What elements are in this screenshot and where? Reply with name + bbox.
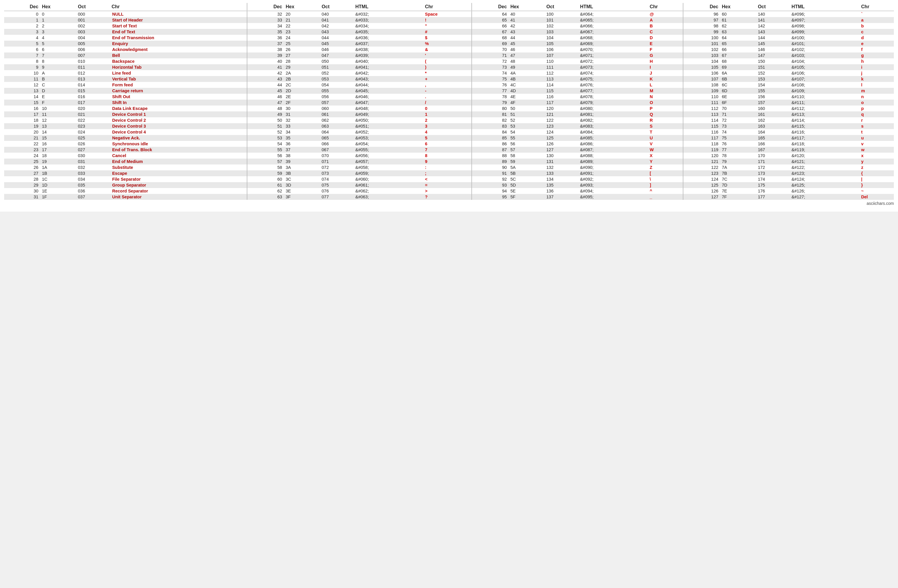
table-cell: 5 xyxy=(423,135,472,141)
table-cell: 7A xyxy=(720,164,756,170)
table-cell: 76 xyxy=(720,141,756,147)
table-cell: 141 xyxy=(756,17,790,23)
table-cell: 102 xyxy=(544,23,578,29)
table-cell: &#058; xyxy=(354,164,423,170)
table-row: 271B033Escape593B073&#059;;915B133&#091;… xyxy=(4,170,894,176)
table-cell: &#116; xyxy=(790,129,860,135)
table-cell: 79 xyxy=(720,158,756,164)
table-cell: 51 xyxy=(247,123,284,129)
table-cell: Start of Text xyxy=(110,23,247,29)
table-cell: 79 xyxy=(472,100,509,106)
table-cell: 070 xyxy=(320,153,354,158)
header-dec-2: Dec xyxy=(247,3,284,11)
table-cell: 31 xyxy=(284,111,320,117)
table-cell: 19 xyxy=(4,123,40,129)
table-cell: 026 xyxy=(76,141,110,147)
table-cell: &#080; xyxy=(578,106,648,111)
table-cell: 62 xyxy=(720,23,756,29)
table-cell: 121 xyxy=(683,158,720,164)
table-cell: L xyxy=(648,82,683,88)
table-cell: 37 xyxy=(247,41,284,46)
table-cell: 57 xyxy=(247,158,284,164)
table-cell: 0 xyxy=(423,106,472,111)
table-cell: 101 xyxy=(544,17,578,23)
table-cell: 150 xyxy=(756,58,790,64)
table-cell: r xyxy=(860,117,894,123)
table-cell: 109 xyxy=(683,88,720,94)
table-row: 11B013Vertical Tab432B053&#043;+754B113&… xyxy=(4,76,894,82)
table-cell: 68 xyxy=(720,58,756,64)
table-cell: 58 xyxy=(247,164,284,170)
table-cell: 6 xyxy=(423,141,472,147)
table-cell: &#079; xyxy=(578,100,648,106)
table-cell: 46 xyxy=(247,94,284,100)
table-cell: 010 xyxy=(76,58,110,64)
table-row: 1812022Device Control 25032062&#050;2825… xyxy=(4,117,894,123)
table-cell: - xyxy=(423,88,472,94)
table-cell: 062 xyxy=(320,117,354,123)
table-cell: 5F xyxy=(509,194,544,200)
table-cell: 3 xyxy=(4,29,40,35)
table-cell: 001 xyxy=(76,17,110,23)
table-cell: 4B xyxy=(509,76,544,82)
table-cell: 41 xyxy=(247,64,284,70)
table-cell: 030 xyxy=(76,153,110,158)
table-cell: 167 xyxy=(756,147,790,153)
table-cell: &#064; xyxy=(578,11,648,17)
table-cell: 6 xyxy=(4,46,40,52)
table-cell: 16 xyxy=(4,106,40,111)
table-cell: 103 xyxy=(683,52,720,58)
table-cell: 118 xyxy=(683,141,720,147)
table-cell: Unit Separator xyxy=(110,194,247,200)
table-cell: 5 xyxy=(4,41,40,46)
table-cell: 5C xyxy=(509,176,544,182)
table-cell: &#070; xyxy=(578,46,648,52)
table-cell: 17 xyxy=(40,147,76,153)
table-cell: 054 xyxy=(320,82,354,88)
table-cell: 036 xyxy=(76,188,110,194)
table-cell: Device Control 2 xyxy=(110,117,247,123)
table-cell: 34 xyxy=(284,129,320,135)
table-cell: 177 xyxy=(756,194,790,200)
table-cell: &#073; xyxy=(578,64,648,70)
table-cell: 91 xyxy=(472,170,509,176)
table-cell: 6E xyxy=(720,94,756,100)
table-cell: 113 xyxy=(683,111,720,117)
table-cell: &#056; xyxy=(354,153,423,158)
table-cell: 53 xyxy=(509,123,544,129)
table-cell: 133 xyxy=(544,170,578,176)
table-cell: n xyxy=(860,94,894,100)
table-cell: 112 xyxy=(683,106,720,111)
table-cell: / xyxy=(423,100,472,106)
table-cell: 3 xyxy=(423,123,472,129)
table-cell: 064 xyxy=(320,129,354,135)
table-row: 10A012Line feed422A052&#042;*744A112&#07… xyxy=(4,70,894,76)
table-cell: &#095; xyxy=(578,194,648,200)
table-cell: 1 xyxy=(423,111,472,117)
table-cell: End of Transmission xyxy=(110,35,247,41)
table-cell: 003 xyxy=(76,29,110,35)
table-cell: 155 xyxy=(756,88,790,94)
table-cell: 72 xyxy=(720,117,756,123)
table-cell: 162 xyxy=(756,117,790,123)
table-cell: Backspace xyxy=(110,58,247,64)
table-cell: &#072; xyxy=(578,58,648,64)
header-hex-2: Hex xyxy=(284,3,320,11)
table-cell: 161 xyxy=(756,111,790,117)
table-cell: 147 xyxy=(756,52,790,58)
table-cell: K xyxy=(648,76,683,82)
table-cell: Cancel xyxy=(110,153,247,158)
table-cell: W xyxy=(648,147,683,153)
table-cell: 72 xyxy=(472,58,509,64)
table-cell: 124 xyxy=(544,129,578,135)
table-cell: 3C xyxy=(284,176,320,182)
table-cell: 65 xyxy=(720,41,756,46)
table-cell: 2C xyxy=(284,82,320,88)
header-chr-4: Chr xyxy=(860,3,894,11)
table-cell: 005 xyxy=(76,41,110,46)
table-cell: 110 xyxy=(544,58,578,64)
table-cell: 44 xyxy=(247,82,284,88)
table-cell: 163 xyxy=(756,123,790,129)
table-cell: p xyxy=(860,106,894,111)
table-cell: 067 xyxy=(320,147,354,153)
